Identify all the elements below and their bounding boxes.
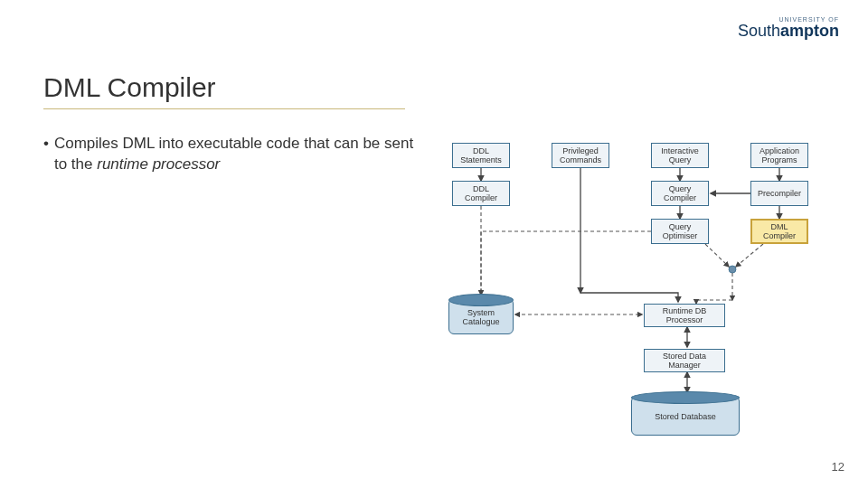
box-runtime-db-processor: Runtime DB Processor — [644, 304, 725, 327]
university-logo: UNIVERSITY OF Southampton — [738, 16, 839, 39]
bullet-body: Compiles DML into executable code that c… — [54, 134, 423, 175]
box-interactive-query: Interactive Query — [651, 143, 709, 168]
slide-title: DML Compiler — [43, 72, 216, 103]
svg-line-9 — [736, 244, 763, 267]
slide: UNIVERSITY OF Southampton DML Compiler •… — [0, 0, 868, 488]
architecture-diagram: DDL Statements Privileged Commands Inter… — [434, 134, 850, 468]
svg-line-8 — [705, 244, 729, 267]
logo-main: Southampton — [738, 23, 839, 39]
bullet-text: • Compiles DML into executable code that… — [43, 134, 423, 175]
box-application-programs: Application Programs — [750, 143, 808, 168]
box-ddl-compiler: DDL Compiler — [452, 181, 510, 206]
box-precompiler: Precompiler — [750, 181, 808, 206]
box-query-optimiser: Query Optimiser — [651, 219, 709, 244]
page-number: 12 — [832, 460, 844, 474]
box-query-compiler: Query Compiler — [651, 181, 709, 206]
svg-point-7 — [729, 266, 736, 273]
box-stored-data-manager: Stored Data Manager — [644, 349, 725, 372]
box-dml-compiler: DML Compiler — [750, 219, 808, 244]
bullet-marker: • — [43, 134, 49, 175]
cylinder-stored-database: Stored Database — [631, 396, 740, 436]
box-ddl-statements: DDL Statements — [452, 143, 510, 168]
title-underline — [43, 108, 405, 109]
box-privileged-commands: Privileged Commands — [552, 143, 609, 168]
cylinder-system-catalogue: System Catalogue — [448, 298, 514, 334]
